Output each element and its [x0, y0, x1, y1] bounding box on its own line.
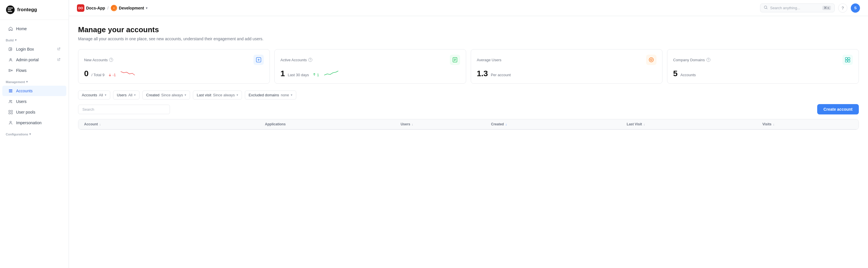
filter-last-visit[interactable]: Last visit Since always ▾: [193, 90, 242, 100]
user-avatar[interactable]: S: [851, 3, 860, 12]
sidebar-item-flows[interactable]: Flows: [2, 65, 66, 76]
breadcrumb-app[interactable]: DO Docs-App: [77, 4, 105, 12]
stat-company-domains-label: Accounts: [681, 73, 696, 77]
filter-users-chevron: ▾: [134, 93, 136, 97]
filter-users[interactable]: Users All ▾: [113, 90, 140, 100]
sidebar-item-admin-portal-label: Admin portal: [16, 57, 39, 62]
filter-excluded-domains-label: Excluded domains: [249, 93, 279, 97]
stat-card-new-accounts: New Accounts ? 0 / Total 9 -1: [78, 49, 270, 84]
external-link-icon: [57, 47, 61, 51]
users-icon: [8, 99, 13, 104]
svg-rect-13: [9, 113, 10, 114]
search-icon: [764, 5, 768, 10]
stat-active-accounts-value: 1: [280, 69, 285, 78]
configurations-label: Configurations: [6, 133, 28, 136]
new-accounts-sparkline: [120, 69, 135, 76]
stat-company-domains-help-icon[interactable]: ?: [706, 58, 710, 62]
frontegg-logo-icon: [6, 5, 15, 15]
sidebar-item-accounts[interactable]: Accounts: [2, 86, 66, 96]
breadcrumb-app-name: Docs-App: [86, 6, 105, 10]
col-visits[interactable]: Visits ↓: [763, 122, 853, 126]
sidebar-item-users-label: Users: [16, 99, 27, 104]
sidebar-item-impersonation[interactable]: Impersonation: [2, 117, 66, 128]
stat-active-accounts-icon: [450, 55, 460, 65]
stat-company-domains-value: 5: [673, 69, 678, 78]
svg-point-9: [9, 100, 11, 102]
create-account-button[interactable]: Create account: [817, 104, 859, 114]
col-visits-sort-icon: ↓: [773, 123, 775, 126]
svg-rect-24: [845, 57, 847, 59]
admin-portal-icon: [8, 57, 13, 62]
sidebar-item-user-pools[interactable]: User pools: [2, 107, 66, 117]
svg-point-23: [650, 59, 652, 61]
sidebar: frontegg Home Build ▾ Login Box: [0, 0, 69, 268]
sidebar-item-admin-portal[interactable]: Admin portal: [2, 55, 66, 65]
filter-accounts[interactable]: Accounts All ▾: [78, 90, 110, 100]
sidebar-item-login-box-label: Login Box: [16, 47, 34, 51]
filter-accounts-value: All: [99, 93, 103, 97]
breadcrumb-env[interactable]: Development ▾: [111, 5, 148, 11]
search-placeholder: Search anything...: [770, 6, 820, 10]
breadcrumb-separator: /: [107, 6, 108, 10]
col-account[interactable]: Account ↓: [84, 122, 265, 126]
logo-text: frontegg: [17, 7, 37, 12]
impersonation-icon: [8, 120, 13, 125]
svg-rect-11: [9, 110, 10, 112]
stat-new-accounts-label: / Total 9: [92, 73, 104, 77]
help-button[interactable]: ?: [838, 3, 847, 12]
sidebar-item-home[interactable]: Home: [2, 24, 66, 34]
filter-created-value: Since always: [161, 93, 183, 97]
sidebar-section-build: Build ▾: [0, 34, 69, 44]
stat-card-active-accounts: Active Accounts ? 1 Last 30 days 1: [274, 49, 466, 84]
filters-row: Accounts All ▾ Users All ▾ Created Since…: [78, 90, 859, 100]
external-link-icon-2: [57, 58, 61, 62]
home-icon: [8, 26, 13, 31]
col-last-visit[interactable]: Last Visit ↓: [627, 122, 763, 126]
page-title: Manage your accounts: [78, 25, 859, 34]
accounts-icon: [8, 88, 13, 93]
filter-last-visit-label: Last visit: [197, 93, 211, 97]
col-last-visit-sort-icon: ↓: [643, 123, 645, 126]
breadcrumb-app-avatar: DO: [77, 4, 84, 12]
login-box-icon: [8, 47, 13, 52]
stat-active-accounts-label: Last 30 days: [288, 73, 309, 77]
breadcrumb-env-name: Development: [119, 6, 144, 10]
svg-rect-12: [11, 110, 12, 112]
search-bar[interactable]: Search anything... ⌘ K: [760, 3, 835, 12]
action-row: Create account: [78, 104, 859, 114]
stat-active-accounts-help-icon[interactable]: ?: [308, 58, 312, 62]
svg-rect-27: [848, 60, 850, 62]
sidebar-item-users[interactable]: Users: [2, 96, 66, 107]
search-shortcut: ⌘ K: [823, 6, 831, 10]
sidebar-logo: frontegg: [0, 0, 69, 20]
sidebar-section-management: Management ▾: [0, 76, 69, 85]
col-created[interactable]: Created ↓: [491, 122, 627, 126]
svg-point-18: [114, 7, 114, 8]
col-users[interactable]: Users ↓: [401, 122, 491, 126]
breadcrumb: DO Docs-App / Development ▾: [77, 4, 756, 12]
stat-average-users-value: 1.3: [477, 69, 488, 78]
col-users-sort-icon: ↓: [412, 123, 413, 126]
filter-created-chevron: ▾: [185, 93, 186, 97]
sidebar-item-user-pools-label: User pools: [16, 110, 35, 114]
table-search-input[interactable]: [78, 105, 170, 114]
filter-excluded-domains[interactable]: Excluded domains none ▾: [245, 90, 296, 100]
svg-rect-25: [848, 57, 850, 59]
stat-new-accounts-help-icon[interactable]: ?: [109, 58, 113, 62]
filter-users-label: Users: [117, 93, 127, 97]
filter-accounts-chevron: ▾: [105, 93, 106, 97]
filter-created[interactable]: Created Since always ▾: [143, 90, 190, 100]
filter-created-label: Created: [146, 93, 159, 97]
svg-point-10: [11, 100, 12, 101]
stat-card-average-users: Average Users 1.3 Per account: [471, 49, 662, 84]
management-label: Management: [6, 80, 25, 84]
stat-card-active-accounts-title: Active Accounts ?: [280, 58, 312, 62]
env-chevron-icon: ▾: [146, 6, 148, 10]
sidebar-item-login-box[interactable]: Login Box: [2, 44, 66, 54]
table-header: Account ↓ Applications Users ↓ Created ↓…: [79, 119, 859, 129]
filter-last-visit-chevron: ▾: [237, 93, 238, 97]
svg-rect-14: [11, 113, 12, 114]
stat-average-users-label: Per account: [491, 73, 510, 77]
sidebar-navigation: Home Build ▾ Login Box Admin portal: [0, 20, 69, 141]
stat-card-company-domains-title: Company Domains ?: [673, 58, 710, 62]
